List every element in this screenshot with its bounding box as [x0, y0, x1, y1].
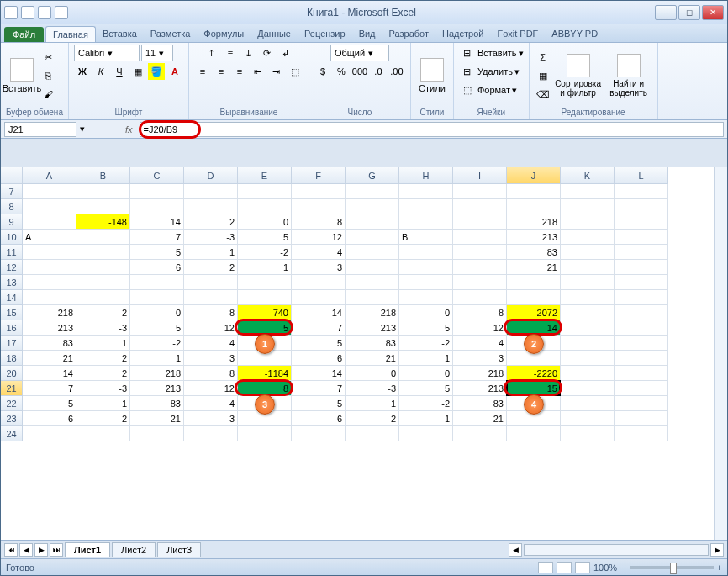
align-top-icon[interactable]: ⤒ — [203, 45, 220, 61]
paste-button[interactable]: Вставить — [6, 48, 38, 103]
italic-button[interactable]: К — [92, 63, 109, 80]
cell-G10[interactable] — [346, 230, 399, 245]
cell-K8[interactable] — [561, 199, 615, 214]
cell-E9[interactable]: 0 — [238, 214, 292, 230]
cell-A22[interactable]: 5 — [23, 396, 76, 411]
cell-C23[interactable]: 21 — [130, 411, 184, 426]
undo-icon[interactable] — [38, 6, 51, 19]
cell-K17[interactable] — [561, 336, 615, 351]
fill-icon[interactable]: ▦ — [535, 67, 551, 84]
decrease-indent-icon[interactable]: ⇤ — [250, 63, 266, 80]
cell-J14[interactable] — [507, 290, 561, 305]
column-header-L[interactable]: L — [615, 167, 668, 184]
cell-I15[interactable]: 8 — [453, 305, 507, 320]
vertical-scrollbar[interactable] — [714, 167, 727, 540]
currency-icon[interactable]: $ — [314, 63, 331, 80]
cell-B18[interactable]: 2 — [76, 351, 130, 366]
cell-L23[interactable] — [615, 411, 668, 426]
cell-L22[interactable] — [615, 396, 668, 411]
cell-A8[interactable] — [23, 199, 76, 214]
close-button[interactable]: ✕ — [702, 5, 724, 20]
cell-J7[interactable] — [507, 184, 561, 199]
clear-icon[interactable]: ⌫ — [535, 86, 551, 103]
cell-L10[interactable] — [615, 230, 668, 245]
cell-B7[interactable] — [76, 184, 130, 199]
row-header-16[interactable]: 16 — [1, 320, 23, 336]
cell-K9[interactable] — [561, 214, 615, 230]
cell-C17[interactable]: -2 — [130, 336, 184, 351]
cell-C7[interactable] — [130, 184, 184, 199]
cell-G9[interactable] — [346, 214, 399, 230]
cell-C20[interactable]: 218 — [130, 366, 184, 381]
cell-D21[interactable]: 12 — [184, 381, 238, 396]
cell-K10[interactable] — [561, 230, 615, 245]
cell-I11[interactable] — [453, 245, 507, 260]
cell-K20[interactable] — [561, 366, 615, 381]
cell-J11[interactable]: 83 — [507, 245, 561, 260]
name-box[interactable]: J21 — [4, 122, 76, 137]
cell-B20[interactable]: 2 — [76, 366, 130, 381]
row-header-23[interactable]: 23 — [1, 411, 23, 426]
cell-D22[interactable]: 4 — [184, 396, 238, 411]
cell-C18[interactable]: 1 — [130, 351, 184, 366]
row-header-11[interactable]: 11 — [1, 245, 23, 260]
cell-H16[interactable]: 5 — [399, 320, 453, 336]
cell-F18[interactable]: 6 — [292, 351, 346, 366]
cell-E24[interactable] — [238, 426, 292, 441]
cell-L21[interactable] — [615, 381, 668, 396]
cell-A15[interactable]: 218 — [23, 305, 76, 320]
decrease-decimal-icon[interactable]: .00 — [388, 63, 405, 80]
file-tab[interactable]: Файл — [4, 27, 44, 42]
font-name-combo[interactable]: Calibri▾ — [74, 45, 140, 61]
cell-B15[interactable]: 2 — [76, 305, 130, 320]
view-normal-icon[interactable] — [538, 562, 553, 573]
cell-D16[interactable]: 12 — [184, 320, 238, 336]
align-center-icon[interactable]: ≡ — [213, 63, 229, 80]
cell-E10[interactable]: 5 — [238, 230, 292, 245]
cell-L9[interactable] — [615, 214, 668, 230]
sheet-nav-last-icon[interactable]: ⏭ — [50, 543, 63, 557]
comma-icon[interactable]: 000 — [351, 63, 368, 80]
select-all-corner[interactable] — [1, 167, 23, 184]
column-header-G[interactable]: G — [346, 167, 399, 184]
cell-F16[interactable]: 7 — [292, 320, 346, 336]
border-button[interactable]: ▦ — [129, 63, 146, 80]
cell-K22[interactable] — [561, 396, 615, 411]
cell-B22[interactable]: 1 — [76, 396, 130, 411]
cell-E12[interactable]: 1 — [238, 260, 292, 275]
cell-J20[interactable]: -2220 — [507, 366, 561, 381]
cell-B23[interactable]: 2 — [76, 411, 130, 426]
cell-D7[interactable] — [184, 184, 238, 199]
cell-C12[interactable]: 6 — [130, 260, 184, 275]
align-middle-icon[interactable]: ≡ — [222, 45, 239, 61]
cell-I24[interactable] — [453, 426, 507, 441]
cell-G15[interactable]: 218 — [346, 305, 399, 320]
cell-D8[interactable] — [184, 199, 238, 214]
cell-I10[interactable] — [453, 230, 507, 245]
cell-H17[interactable]: -2 — [399, 336, 453, 351]
cell-F8[interactable] — [292, 199, 346, 214]
cell-H13[interactable] — [399, 275, 453, 290]
cell-C10[interactable]: 7 — [130, 230, 184, 245]
cell-I22[interactable]: 83 — [453, 396, 507, 411]
cell-F11[interactable]: 4 — [292, 245, 346, 260]
cell-G17[interactable]: 83 — [346, 336, 399, 351]
save-icon[interactable] — [21, 6, 34, 19]
ribbon-tab-надстрой[interactable]: Надстрой — [435, 26, 490, 42]
row-header-18[interactable]: 18 — [1, 351, 23, 366]
sheet-tab-Лист2[interactable]: Лист2 — [112, 542, 156, 557]
cell-A20[interactable]: 14 — [23, 366, 76, 381]
cell-E15[interactable]: -740 — [238, 305, 292, 320]
cell-C24[interactable] — [130, 426, 184, 441]
cell-H12[interactable] — [399, 260, 453, 275]
cell-E7[interactable] — [238, 184, 292, 199]
row-header-12[interactable]: 12 — [1, 260, 23, 275]
cell-F20[interactable]: 14 — [292, 366, 346, 381]
styles-button[interactable]: Стили — [416, 48, 448, 103]
row-header-8[interactable]: 8 — [1, 199, 23, 214]
row-header-10[interactable]: 10 — [1, 230, 23, 245]
cell-J12[interactable]: 21 — [507, 260, 561, 275]
orientation-icon[interactable]: ⟳ — [259, 45, 276, 61]
cell-A24[interactable] — [23, 426, 76, 441]
ribbon-tab-вид[interactable]: Вид — [352, 26, 382, 42]
